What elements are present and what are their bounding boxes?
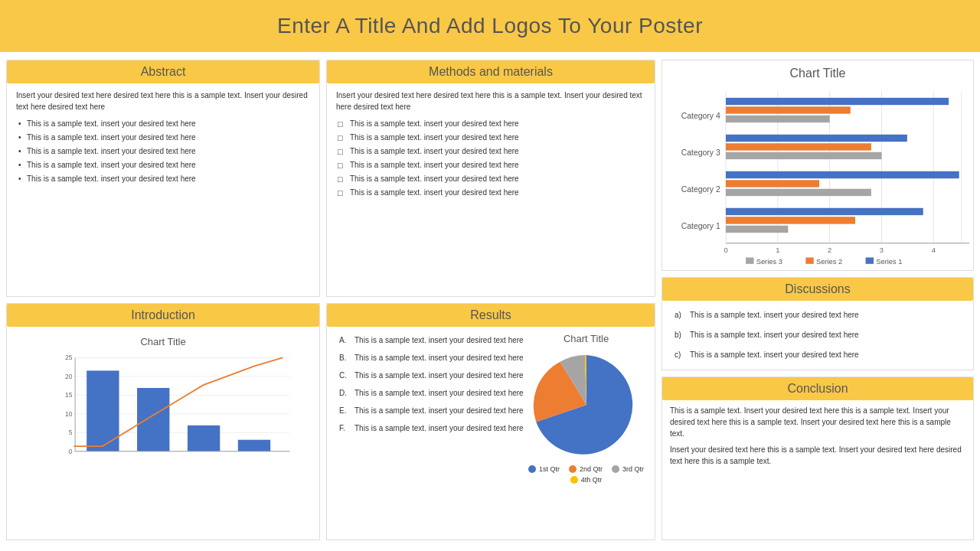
list-item: c) This is a sample text. insert your de… [671,347,964,364]
hbar-cat4-s2 [726,106,851,113]
svg-text:Series 2: Series 2 [816,257,842,266]
legend-series3-rect [746,257,753,263]
abstract-section: Abstract Insert your desired text here d… [6,60,320,297]
column-3: Chart Title Category 4 Category 3 Catego… [662,60,974,540]
svg-text:15: 15 [65,391,73,399]
pie-svg [529,347,644,462]
list-item: F. This is a sample text. insert your de… [336,421,524,436]
legend-item-4: 4th Qtr [570,476,603,484]
legend-series1-rect [866,257,874,263]
introduction-content: Chart Title 25 20 [7,327,319,540]
legend-dot-2 [569,465,577,473]
list-item: This is a sample text. insert your desir… [336,117,645,131]
list-item: This is a sample text. insert your desir… [16,145,310,158]
intro-chart-title: Chart Title [19,336,307,347]
main-content: Abstract Insert your desired text here d… [0,52,980,548]
svg-text:2: 2 [828,246,831,254]
hbar-cat2-s1 [726,171,959,178]
methods-section: Methods and materials Insert your desire… [326,60,655,297]
list-item: A. This is a sample text. insert your de… [336,333,524,348]
list-item: D. This is a sample text. insert your de… [336,386,524,401]
list-item: This is a sample text. insert your desir… [336,172,645,186]
results-chart-title: Chart Title [564,333,609,344]
conclusion-section: Conclusion This is a sample text. Insert… [662,377,974,540]
legend-series2-rect [805,257,813,263]
pie-chart-area: Chart Title [527,333,645,484]
conclusion-text-2: Insert your desired text here this is a … [670,444,965,467]
list-item: This is a sample text. insert your desir… [336,145,645,158]
results-heading: Results [327,304,655,327]
column-1: Abstract Insert your desired text here d… [6,60,320,540]
hbar-cat2-s2 [726,180,819,187]
legend-dot-1 [528,465,536,473]
page-header: Enter A Title And Add Logos To Your Post… [0,0,980,52]
svg-text:Series 1: Series 1 [876,257,902,266]
svg-text:Series 3: Series 3 [756,257,782,266]
abstract-content: Insert your desired text here desired te… [7,83,319,296]
svg-text:Category 2: Category 2 [681,185,720,194]
top-chart-title: Chart Title [665,64,970,80]
introduction-section: Introduction Chart Title [6,303,320,540]
results-list: A. This is a sample text. insert your de… [336,333,524,484]
svg-text:Category 3: Category 3 [681,148,720,157]
intro-chart-container: Chart Title 25 20 [16,333,310,491]
svg-text:20: 20 [65,373,73,380]
conclusion-text-1: This is a sample text. Insert your desir… [670,405,965,439]
svg-text:3: 3 [880,246,884,254]
list-item: B. This is a sample text. insert your de… [336,350,524,366]
column-2: Methods and materials Insert your desire… [326,60,655,540]
bar-4 [238,440,270,452]
list-item: This is a sample text. insert your desir… [16,158,310,172]
conclusion-content: This is a sample text. Insert your desir… [662,400,973,471]
list-item: This is a sample text. insert your desir… [336,158,645,172]
top-chart-content: Chart Title Category 4 Category 3 Catego… [662,60,973,270]
methods-content: Insert your desired text here desired te… [327,83,655,296]
results-items: A. This is a sample text. insert your de… [336,333,524,436]
results-section: Results A. This is a sample text. insert… [326,303,655,540]
hbar-cat1-s2 [726,217,855,223]
hbar-cat3-s2 [726,143,871,150]
svg-text:4: 4 [932,246,936,254]
methods-list: This is a sample text. insert your desir… [336,117,645,200]
legend-dot-4 [570,476,578,484]
intro-chart-svg: 25 20 15 10 5 0 [42,350,307,473]
list-item: This is a sample text. insert your desir… [16,172,310,186]
pie-legend: 1st Qtr 2nd Qtr 3rd Qtr [527,465,645,484]
intro-bar-chart: 25 20 15 10 5 0 [19,350,307,488]
list-item: C. This is a sample text. insert your de… [336,368,524,383]
hbar-cat3-s1 [726,135,907,142]
abstract-intro: Insert your desired text here desired te… [16,90,310,112]
list-item: This is a sample text. insert your desir… [336,131,645,145]
hbar-cat4-s1 [726,98,949,105]
bar-3 [188,425,220,452]
hbar-cat2-s3 [726,189,871,196]
list-item: b) This is a sample text. insert your de… [671,327,964,344]
discussions-list: a) This is a sample text. insert your de… [671,307,964,364]
svg-text:0: 0 [69,448,73,455]
svg-text:1: 1 [776,246,779,254]
hbar-cat1-s1 [726,208,923,215]
bar-2 [137,388,169,452]
svg-text:Category 4: Category 4 [681,112,720,120]
discussions-heading: Discussions [662,278,973,301]
legend-dot-3 [612,465,619,473]
svg-text:10: 10 [65,410,73,418]
methods-heading: Methods and materials [327,60,655,83]
introduction-heading: Introduction [7,304,319,327]
abstract-heading: Abstract [7,60,319,83]
svg-text:5: 5 [69,429,73,436]
hbar-cat1-s3 [726,226,788,233]
hbar-cat3-s3 [726,152,881,159]
page-title: Enter A Title And Add Logos To Your Post… [8,14,972,38]
list-item: This is a sample text. insert your desir… [336,186,645,200]
results-chart: Chart Title [527,333,645,484]
results-content: A. This is a sample text. insert your de… [327,327,655,540]
list-item: E. This is a sample text. insert your de… [336,403,524,419]
top-chart-section: Chart Title Category 4 Category 3 Catego… [662,60,974,271]
list-item: This is a sample text. insert your desir… [16,131,310,145]
discussions-content: a) This is a sample text. insert your de… [662,301,973,370]
abstract-bullets: This is a sample text. insert your desir… [16,117,310,186]
svg-text:25: 25 [65,354,73,361]
conclusion-heading: Conclusion [662,377,973,400]
hbar-chart-svg: Category 4 Category 3 Category 2 Categor… [665,83,970,267]
